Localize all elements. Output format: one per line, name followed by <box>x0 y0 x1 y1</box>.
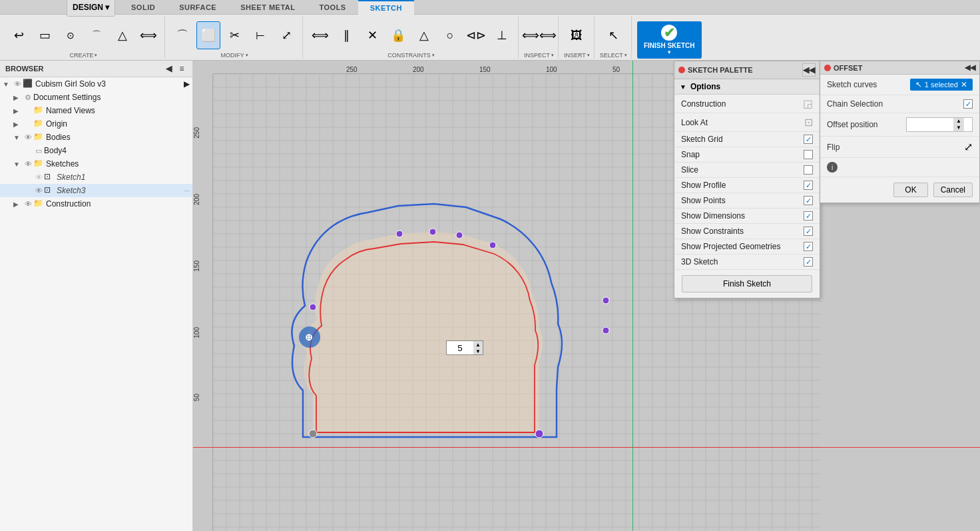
sp-row-sketch-grid[interactable]: Sketch Grid <box>674 132 820 147</box>
info-icon: i <box>827 162 838 173</box>
sp-expand-btn[interactable]: ◀◀ <box>802 63 816 77</box>
sketch-input-down[interactable]: ▼ <box>473 348 483 354</box>
show-constraints-checkbox[interactable] <box>804 227 813 236</box>
tree-item-bodies[interactable]: ▼ 👁 📁 Bodies <box>0 131 192 144</box>
line-btn[interactable]: ⟺ <box>136 21 160 49</box>
circle-sketch-btn[interactable]: ⊙ <box>59 21 83 49</box>
inspect-icon: ⟺⟺ <box>531 27 547 43</box>
sp-row-slice[interactable]: Slice <box>674 163 820 178</box>
op-row-chain-selection: Chain Selection <box>820 95 979 113</box>
trig-icon: △ <box>416 27 432 43</box>
sp-row-show-points[interactable]: Show Points <box>674 193 820 209</box>
folder-icon-root: ⬛ <box>23 79 33 89</box>
finish-sketch-arrow: ▾ <box>668 49 670 55</box>
op-ok-btn[interactable]: OK <box>893 183 927 197</box>
sp-row-3d-sketch[interactable]: 3D Sketch <box>674 255 820 270</box>
tree-item-doc-settings[interactable]: ▶ ⚙ Document Settings <box>0 91 192 104</box>
sp-row-show-projected[interactable]: Show Projected Geometries <box>674 239 820 255</box>
arc-btn[interactable]: ⌒ <box>85 21 109 49</box>
create-group: ↩ ▭ ⊙ ⌒ △ ⟺ CREATE▾ <box>3 16 165 59</box>
tree-item-body4[interactable]: ▭ Body4 <box>0 144 192 157</box>
selected-badge[interactable]: ↖ 1 selected ✕ <box>910 79 973 91</box>
op-row-info-actions: i <box>820 158 979 177</box>
flip-icon[interactable]: ⤢ <box>964 141 973 153</box>
svg-point-1 <box>429 229 436 235</box>
select-btn[interactable]: ↖ <box>601 21 625 49</box>
finish-sketch-toolbar-btn[interactable]: ✔ FINISH SKETCH ▾ <box>637 21 702 59</box>
midpoint-btn[interactable]: ⊥ <box>490 21 514 49</box>
sp-row-show-profile[interactable]: Show Profile <box>674 178 820 193</box>
lock-btn[interactable]: 🔒 <box>386 21 410 49</box>
horizontal-btn[interactable]: ⟺ <box>308 21 332 49</box>
tab-sketch[interactable]: SKETCH <box>358 0 414 15</box>
selected-close-btn[interactable]: ✕ <box>961 80 967 89</box>
browser-header: BROWSER ◀ ≡ <box>0 61 192 77</box>
browser-collapse-btn[interactable]: ◀ <box>163 63 174 74</box>
tab-surface[interactable]: SURFACE <box>167 0 228 15</box>
triangle-btn[interactable]: △ <box>111 21 134 49</box>
inspect-btn[interactable]: ⟺⟺ <box>527 21 551 49</box>
tab-solid[interactable]: SOLID <box>119 0 167 15</box>
tree-item-sketch3[interactable]: 👁 ⊡ Sketch3 ··· <box>0 184 192 197</box>
tree-item-sketches[interactable]: ▼ 👁 📁 Sketches <box>0 157 192 171</box>
sp-show-profile-label: Show Profile <box>681 181 726 190</box>
sketch-value-input[interactable]: 5 <box>447 342 473 354</box>
browser-menu-btn[interactable]: ≡ <box>176 63 187 74</box>
3d-sketch-checkbox[interactable] <box>804 257 813 266</box>
offset-value-input[interactable]: 5 mm <box>907 119 953 131</box>
show-points-checkbox[interactable] <box>804 196 813 205</box>
x-btn[interactable]: ✕ <box>360 21 384 49</box>
offset-btn[interactable]: ⬜ <box>196 21 220 49</box>
sketch-input-up[interactable]: ▲ <box>473 341 483 348</box>
show-dimensions-checkbox[interactable] <box>804 211 813 221</box>
sp-options-header[interactable]: ▼ Options <box>674 79 820 95</box>
trig-btn[interactable]: △ <box>412 21 436 49</box>
canvas-area[interactable]: 250 200 150 100 50 250 200 150 100 50 <box>193 61 980 531</box>
sp-3d-sketch-label: 3D Sketch <box>681 257 718 266</box>
tab-tools[interactable]: TOOLS <box>308 0 358 15</box>
image-btn[interactable]: 🖼 <box>565 21 589 49</box>
tree-item-root[interactable]: ▼ 👁 ⬛ Cubism Girl Solo v3 ▶ <box>0 77 192 91</box>
show-projected-checkbox[interactable] <box>804 242 813 251</box>
break-btn[interactable]: ⤢ <box>274 21 298 49</box>
lock-icon: 🔒 <box>390 27 406 43</box>
sp-row-show-constraints[interactable]: Show Constraints <box>674 224 820 239</box>
undo-btn[interactable]: ↩ <box>7 21 31 49</box>
sp-row-snap[interactable]: Snap <box>674 147 820 163</box>
op-cancel-btn[interactable]: Cancel <box>933 183 973 197</box>
slice-checkbox[interactable] <box>804 165 813 175</box>
tree-item-origin[interactable]: ▶ 📁 Origin <box>0 117 192 131</box>
design-dropdown[interactable]: DESIGN ▾ <box>67 0 115 17</box>
sp-look-at-label: Look At <box>681 118 708 127</box>
extend-btn[interactable]: ⊢ <box>248 21 272 49</box>
eye-icon-root: 👁 <box>12 79 23 89</box>
tree-item-named-views[interactable]: ▶ 📁 Named Views <box>0 104 192 117</box>
tree-item-construction[interactable]: ▶ 👁 📁 Construction <box>0 197 192 211</box>
tab-sheet-metal[interactable]: SHEET METAL <box>228 0 307 15</box>
sp-row-show-dimensions[interactable]: Show Dimensions <box>674 209 820 224</box>
finish-sketch-palette-btn[interactable]: Finish Sketch <box>682 275 812 292</box>
circle-c-btn[interactable]: ○ <box>438 21 462 49</box>
sp-row-look-at[interactable]: Look At ⊡ <box>674 113 820 132</box>
snap-checkbox[interactable] <box>804 150 813 159</box>
offset-up-btn[interactable]: ▲ <box>953 118 964 125</box>
rectangle-btn[interactable]: ▭ <box>33 21 57 49</box>
offset-down-btn[interactable]: ▼ <box>953 125 964 131</box>
sp-row-construction[interactable]: Construction ◲ <box>674 95 820 113</box>
trim-btn[interactable]: ✂ <box>222 21 246 49</box>
sketch-grid-checkbox[interactable] <box>804 135 813 144</box>
circle-sketch-icon: ⊙ <box>63 27 79 43</box>
op-expand-btn[interactable]: ◀◀ <box>965 63 975 72</box>
eye-icon-sketches: 👁 <box>23 159 33 169</box>
select-label: SELECT▾ <box>600 52 627 59</box>
show-profile-checkbox[interactable] <box>804 181 813 190</box>
sym-btn[interactable]: ⊲⊳ <box>464 21 488 49</box>
insert-group: 🖼 INSERT▾ <box>560 16 595 59</box>
trim-icon: ✂ <box>226 27 242 43</box>
chain-selection-checkbox[interactable] <box>963 99 973 109</box>
fillet-btn[interactable]: ⌒ <box>170 21 194 49</box>
svg-text:⊕: ⊕ <box>305 332 313 342</box>
tree-item-sketch1[interactable]: 👁 ⊡ Sketch1 <box>0 171 192 184</box>
sp-options-arrow: ▼ <box>680 83 686 91</box>
parallel-btn[interactable]: ∥ <box>334 21 358 49</box>
